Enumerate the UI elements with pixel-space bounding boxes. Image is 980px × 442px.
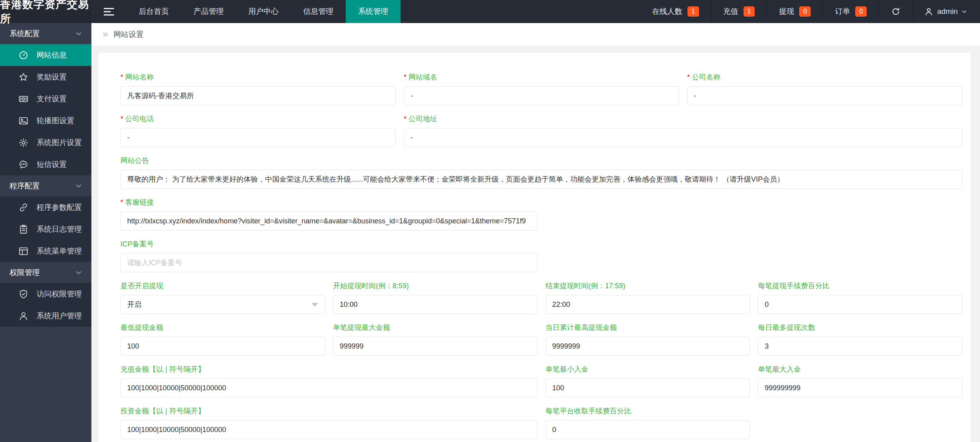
sidebar-item[interactable]: 访问权限管理 [0, 283, 91, 305]
company-address-input[interactable] [404, 128, 963, 147]
field-label: *网站域名 [404, 73, 679, 81]
field-label-text: 网站公告 [120, 157, 149, 165]
gear-icon [18, 138, 29, 148]
icp-number-input[interactable] [120, 253, 538, 272]
recharge-amounts-input[interactable] [120, 378, 538, 397]
field-label-text: 每笔平台收取手续费百分比 [546, 407, 631, 415]
field-label-text: 单笔最小入金 [546, 365, 589, 373]
sidebar-item-label: 系统用户管理 [37, 311, 82, 321]
chevron-down-icon [75, 182, 83, 190]
refresh-button[interactable] [879, 0, 912, 23]
field-label-text: 投资金额【以 | 符号隔开】 [120, 407, 205, 415]
form-field-site-name: *网站名称 [120, 73, 396, 105]
max-withdraw-single-input[interactable] [333, 337, 538, 356]
top-nav-item[interactable]: 系统管理 [346, 0, 401, 23]
sidebar-item[interactable]: 系统图片设置 [0, 132, 91, 153]
sidebar-item-label: 网站信息 [37, 50, 67, 60]
form-field-withdraw-end-time: 结束提现时间(例：17:59) [546, 281, 750, 314]
payment-icon [18, 94, 29, 104]
platform-fee-percent-input[interactable] [546, 420, 750, 439]
site-name-input[interactable] [120, 86, 396, 105]
sidebar-item[interactable]: 系统菜单管理 [0, 240, 91, 262]
top-nav-item[interactable]: 产品管理 [181, 0, 236, 23]
sidebar-toggle-button[interactable] [91, 0, 126, 23]
company-name-input[interactable] [687, 86, 963, 105]
withdraw-fee-percent-input[interactable] [758, 295, 963, 314]
min-withdraw-amount-input[interactable] [120, 337, 325, 356]
stat-count-badge: 1 [688, 6, 699, 17]
dashboard-icon [18, 50, 29, 60]
top-nav-item[interactable]: 后台首页 [126, 0, 181, 23]
form-field-company-phone: *公司电话 [120, 114, 396, 147]
required-asterisk: * [404, 73, 407, 81]
sidebar-section-title[interactable]: 程序配置 [0, 175, 91, 196]
sidebar-item[interactable]: 网站信息 [0, 44, 91, 66]
header-stat[interactable]: 提现0 [767, 0, 823, 23]
sidebar-section-items: 访问权限管理系统用户管理 [0, 283, 91, 327]
form-field-invest-amounts: 投资金额【以 | 符号隔开】 [120, 407, 538, 439]
select-value: 开启 [127, 300, 141, 309]
field-label: *公司地址 [404, 114, 963, 123]
clipboard-icon [18, 224, 29, 235]
top-nav-item[interactable]: 信息管理 [291, 0, 346, 23]
field-label-text: 网站域名 [409, 73, 437, 81]
field-label-text: 当日累计最高提现金额 [546, 324, 617, 332]
field-label-text: 单笔最大入金 [758, 365, 801, 373]
sidebar: 系统配置网站信息奖励设置支付设置轮播图设置系统图片设置短信设置程序配置程序参数配… [0, 23, 91, 442]
window-icon [18, 246, 29, 256]
form-field-site-domain: *网站域名 [404, 73, 679, 105]
field-label: 每笔提现手续费百分比 [758, 281, 963, 290]
max-withdraw-daily-input[interactable] [546, 337, 750, 356]
sidebar-item[interactable]: 奖励设置 [0, 66, 91, 88]
field-label-text: 充值金额【以 | 符号隔开】 [120, 365, 205, 373]
sidebar-item-label: 轮播图设置 [37, 116, 74, 126]
header-stat-label: 充值 [723, 6, 738, 17]
refresh-icon [891, 7, 901, 16]
field-label: 结束提现时间(例：17:59) [546, 281, 750, 290]
field-label-text: 开始提现时间(例：8:59) [333, 282, 409, 290]
withdraw-enabled-select[interactable]: 开启 [120, 295, 325, 314]
settings-form-card: *网站名称*网站域名*公司名称*公司电话*公司地址网站公告*客服链接ICP备案号… [99, 53, 970, 442]
sidebar-item[interactable]: 系统日志管理 [0, 218, 91, 240]
form-field-recharge-amounts: 充值金额【以 | 符号隔开】 [120, 365, 538, 397]
form-field-min-deposit: 单笔最小入金 [546, 365, 750, 397]
invest-amounts-input[interactable] [120, 420, 538, 439]
required-asterisk: * [120, 73, 123, 81]
header-stat[interactable]: 在线人数1 [640, 0, 711, 23]
max-withdraw-times-input[interactable] [758, 337, 963, 356]
sidebar-item-label: 访问权限管理 [37, 289, 82, 299]
field-label: *公司电话 [120, 114, 396, 123]
sidebar-item[interactable]: 短信设置 [0, 153, 91, 175]
sidebar-item[interactable]: 支付设置 [0, 88, 91, 110]
site-notice-input[interactable] [120, 170, 963, 189]
company-phone-input[interactable] [120, 128, 396, 147]
chevron-down-icon [961, 9, 967, 15]
top-nav-item[interactable]: 用户中心 [236, 0, 291, 23]
chat-icon [18, 159, 29, 170]
withdraw-start-time-input[interactable] [333, 295, 538, 314]
form-field-platform-fee-percent: 每笔平台收取手续费百分比 [546, 407, 750, 439]
sidebar-item[interactable]: 轮播图设置 [0, 110, 91, 132]
header-stat[interactable]: 充值1 [711, 0, 767, 23]
service-link-input[interactable] [120, 211, 538, 231]
sidebar-section-title[interactable]: 系统配置 [0, 23, 91, 44]
min-deposit-input[interactable] [546, 378, 750, 397]
sidebar-item-label: 系统日志管理 [37, 224, 82, 235]
header-stat-label: 在线人数 [652, 6, 682, 17]
user-menu[interactable]: admin [912, 0, 980, 23]
sidebar-item[interactable]: 系统用户管理 [0, 305, 91, 327]
sidebar-item[interactable]: 程序参数配置 [0, 196, 91, 218]
sidebar-section-title[interactable]: 权限管理 [0, 262, 91, 283]
field-label: 最低提现金额 [120, 323, 325, 332]
max-deposit-input[interactable] [758, 378, 963, 397]
withdraw-end-time-input[interactable] [546, 295, 750, 314]
header-stat[interactable]: 订单0 [823, 0, 879, 23]
app-logo: 香港数字资产交易所 [0, 0, 91, 23]
field-label-text: 单笔提现最大金额 [333, 324, 390, 332]
field-label: 单笔最大入金 [758, 365, 963, 374]
header-right: 在线人数1充值1提现0订单0 admin [640, 0, 980, 23]
sidebar-item-label: 系统菜单管理 [37, 246, 82, 256]
star-icon [18, 72, 29, 82]
site-domain-input[interactable] [404, 86, 679, 105]
form-field-company-address: *公司地址 [404, 114, 963, 147]
